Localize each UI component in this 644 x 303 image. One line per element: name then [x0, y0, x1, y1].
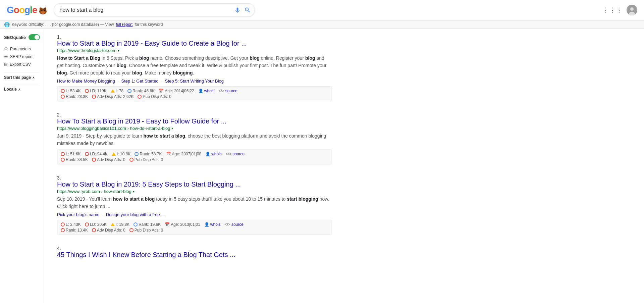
circle-r3: [61, 158, 65, 162]
result-1-link-1[interactable]: How to Make Money Blogging: [57, 79, 115, 84]
circle-red-icon-5: [138, 95, 142, 99]
logo-o2: o: [19, 5, 24, 15]
metric-ld: LD: 119K: [85, 89, 107, 93]
result-3-link-2[interactable]: Design your blog with a free ...: [106, 212, 165, 217]
calendar-icon-3: 📅: [165, 222, 170, 227]
logo-o1: o: [14, 5, 19, 15]
sidebar-item-export-csv[interactable]: ⊞ Export CSV: [4, 60, 39, 68]
locale-section-title[interactable]: Locale ∧: [4, 87, 39, 92]
search-icon: [244, 7, 251, 13]
metric-rank2: Rank: 23.3K: [61, 94, 88, 99]
code-icon-3: </>: [225, 222, 230, 227]
triangle-icon-2: [112, 152, 116, 156]
svg-point-5: [44, 10, 45, 11]
person-icon: 👤: [198, 89, 203, 93]
result-2: 2. How To Start a Blog in 2019 - Easy to…: [57, 112, 332, 164]
result-3-title[interactable]: How to Start a Blog in 2019: 5 Easy Step…: [57, 181, 332, 188]
result-3-link-1[interactable]: Pick your blog's name: [57, 212, 100, 217]
result-3-url-arrow[interactable]: ▾: [133, 190, 135, 193]
search-results: 1. How to Start a Blog in 2019 - Easy Gu…: [44, 29, 345, 303]
metric-age: 📅 Age: 2014|06|22: [159, 89, 194, 93]
svg-point-8: [630, 7, 634, 11]
locale-section: Locale ∧: [4, 84, 39, 92]
circle-b3: [133, 222, 138, 226]
result-2-title[interactable]: How To Start a Blog in 2019 - Easy to Fo…: [57, 117, 332, 125]
result-2-metrics: L: 51.6K LD: 94.4K I: 10.8K Rank: 58.7K …: [57, 149, 332, 164]
voice-search-button[interactable]: [234, 7, 241, 13]
result-1-url-row: https://www.theblogstarter.com ▾: [57, 48, 332, 53]
whois-link[interactable]: whois: [204, 89, 215, 93]
result-1-number: 1. How to Start a Blog in 2019 - Easy Gu…: [57, 34, 332, 47]
circle-r9: [92, 228, 96, 232]
circle-r7: [85, 222, 89, 226]
sidebar: SEOquake ⚙ Parameters ☰ SERP report ⊞ Ex…: [0, 29, 44, 303]
result-1-url-arrow[interactable]: ▾: [118, 49, 119, 52]
person-icon-3: 👤: [204, 222, 209, 227]
metric-adv-2: Adv Disp Ads: 0: [92, 157, 125, 162]
link-sep3: ·: [102, 212, 104, 217]
search-button[interactable]: [244, 7, 251, 13]
search-input[interactable]: how to start a blog: [54, 3, 255, 17]
metric-pub-2: Pub Disp Ads: 0: [129, 157, 163, 162]
result-4: 4. 45 Things I Wish I Knew Before Starti…: [57, 246, 332, 259]
sidebar-item-serp-report[interactable]: ☰ SERP report: [4, 53, 39, 60]
result-2-snippet: Jan 9, 2019 - Step-by-step guide to lear…: [57, 132, 332, 147]
metric-rank2-2: Rank: 38.5K: [61, 157, 88, 162]
metric-source-2: </> source: [226, 152, 245, 156]
link-separator: ·: [117, 79, 120, 84]
person-icon-2: 👤: [205, 152, 210, 156]
calendar-icon: 📅: [159, 89, 164, 93]
source-link[interactable]: source: [225, 89, 237, 93]
logo-l: l: [30, 5, 32, 15]
result-3-number: 3. How to Start a Blog in 2019: 5 Easy S…: [57, 175, 332, 188]
result-1-url: https://www.theblogstarter.com: [57, 48, 116, 53]
result-3-metrics-row2: Rank: 13.4K Adv Disp Ads: 0 Pub Disp Ads…: [61, 228, 328, 233]
result-1-title[interactable]: How to Start a Blog in 2019 - Easy Guide…: [57, 40, 332, 47]
grid-icon: ⊞: [4, 62, 8, 67]
seoquake-icon: 🌐: [4, 22, 10, 27]
sort-chevron-icon: ∧: [32, 76, 35, 80]
svg-point-6: [42, 12, 44, 14]
circle-red-icon: [61, 89, 65, 93]
google-logo[interactable]: Google: [7, 5, 48, 15]
code-icon: </>: [219, 89, 224, 93]
result-2-url-arrow[interactable]: ▾: [171, 127, 173, 130]
result-1-link-3[interactable]: Step 5: Start Writing Your Blog: [165, 79, 224, 84]
circle-red-icon-4: [92, 95, 96, 99]
result-4-title[interactable]: 45 Things I Wish I Knew Before Starting …: [57, 251, 332, 259]
whois-link-3[interactable]: whois: [210, 222, 221, 227]
circle-r8: [61, 228, 65, 232]
full-report-link[interactable]: full report: [116, 22, 132, 27]
result-3-links: Pick your blog's name · Design your blog…: [57, 212, 332, 217]
sidebar-item-parameters[interactable]: ⚙ Parameters: [4, 45, 39, 53]
result-3-url-row: https://www.ryrob.com › how-start-blog ▾: [57, 189, 332, 194]
apps-grid-icon[interactable]: ⋮⋮⋮: [602, 6, 623, 14]
result-2-metrics-row2: Rank: 38.5K Adv Disp Ads: 0 Pub Disp Ads…: [61, 157, 328, 162]
whois-link-2[interactable]: whois: [211, 152, 222, 156]
user-avatar[interactable]: [627, 5, 637, 15]
sort-section-title[interactable]: Sort this page ∧: [4, 75, 39, 80]
seoquake-toggle[interactable]: [29, 34, 40, 40]
metric-rank-2: Rank: 58.7K: [135, 152, 162, 156]
result-3-metrics-row1: L: 2.43K LD: 205K I: 19.8K Rank: 19.6K 📅…: [61, 222, 328, 227]
result-3-metrics: L: 2.43K LD: 205K I: 19.8K Rank: 19.6K 📅…: [57, 220, 332, 235]
source-link-2[interactable]: source: [232, 152, 245, 156]
result-4-number: 4. 45 Things I Wish I Knew Before Starti…: [57, 246, 332, 259]
avatar-image: [627, 5, 637, 15]
result-1-link-2[interactable]: Step 1: Get Started: [121, 79, 159, 84]
list-icon: ☰: [4, 54, 8, 59]
logo-e: e: [32, 5, 37, 15]
circle-b2: [135, 152, 139, 156]
metric-source-3: </> source: [225, 222, 244, 227]
result-1: 1. How to Start a Blog in 2019 - Easy Gu…: [57, 34, 332, 101]
dog-doodle-icon: [38, 6, 48, 15]
export-csv-label: Export CSV: [10, 62, 31, 67]
parameters-label: Parameters: [10, 47, 31, 51]
header: Google how to start a blog: [0, 0, 644, 20]
header-right: ⋮⋮⋮: [602, 5, 637, 15]
metric-l: L: 53.4K: [61, 89, 81, 93]
result-1-metrics-row2: Rank: 23.3K Adv Disp Ads: 2.62K Pub Disp…: [61, 94, 328, 99]
source-link-3[interactable]: source: [231, 222, 244, 227]
serp-report-label: SERP report: [10, 54, 33, 59]
result-1-metrics: L: 53.4K LD: 119K I: 78 Rank: 46.6K 📅 Ag…: [57, 86, 332, 101]
